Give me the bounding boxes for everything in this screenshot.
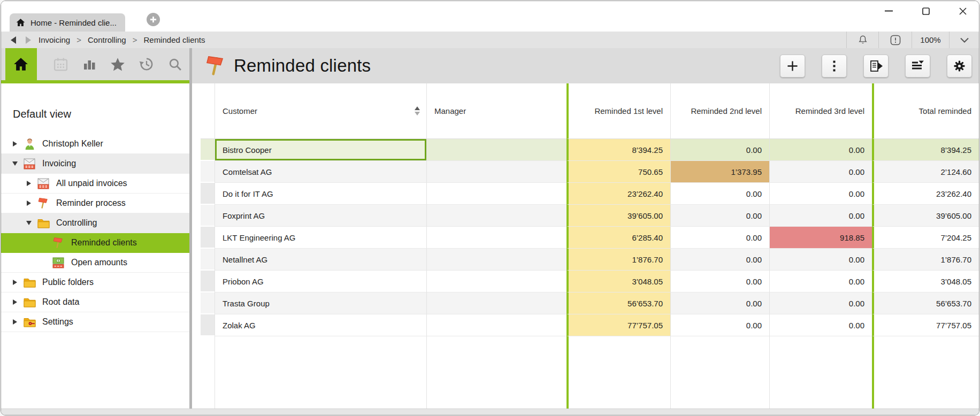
table-row[interactable]: Priobon AG3’048.050.000.003’048.05 [201, 271, 979, 292]
total-reminded-cell[interactable]: 7’204.25 [872, 227, 979, 249]
manager-cell[interactable] [426, 314, 566, 336]
reminded-1st-cell[interactable]: 56’653.70 [566, 292, 670, 314]
row-selector-cell[interactable] [201, 205, 215, 227]
reminded-3rd-cell[interactable]: 0.00 [769, 161, 872, 183]
reminded-2nd-cell[interactable]: 0.00 [670, 183, 769, 205]
reminded-1st-cell[interactable]: 23’262.40 [566, 183, 670, 205]
settings-button[interactable] [947, 55, 972, 78]
more-options-button[interactable] [822, 55, 847, 78]
table-row[interactable]: LKT Engineering AG6’285.400.00918.857’20… [201, 227, 979, 249]
expander-expanded-icon[interactable] [7, 161, 22, 166]
table-row[interactable]: Do it for IT AG23’262.400.000.0023’262.4… [201, 183, 979, 205]
customer-cell[interactable]: Comtelsat AG [215, 161, 426, 183]
column-header-reminded-1st-level[interactable]: Reminded 1st level [566, 83, 670, 139]
manager-cell[interactable] [426, 139, 566, 161]
reminded-2nd-cell[interactable]: 0.00 [670, 249, 769, 271]
strip-search-button[interactable] [161, 48, 189, 80]
reminded-3rd-cell[interactable]: 0.00 [769, 314, 872, 336]
add-button[interactable] [780, 55, 805, 78]
customer-cell[interactable]: Netallnet AG [215, 249, 426, 271]
reminded-2nd-cell[interactable]: 0.00 [670, 292, 769, 314]
total-reminded-cell[interactable]: 39’605.00 [872, 205, 979, 227]
sidebar-item-public-folders[interactable]: Public folders [1, 273, 189, 292]
manager-cell[interactable] [426, 227, 566, 249]
reminded-3rd-cell[interactable]: 0.00 [769, 292, 872, 314]
total-reminded-cell[interactable]: 3’048.05 [872, 271, 979, 292]
column-header-total-reminded[interactable]: Total reminded [872, 83, 979, 139]
row-selector-cell[interactable] [201, 314, 215, 336]
reminded-2nd-cell[interactable]: 1’373.95 [670, 161, 769, 183]
strip-history-button[interactable] [132, 48, 160, 80]
breadcrumb-item[interactable]: Controlling [88, 35, 126, 44]
total-reminded-cell[interactable]: 56’653.70 [872, 292, 979, 314]
expander-collapsed-icon[interactable] [21, 201, 36, 206]
sidebar-item-reminder-process[interactable]: Reminder process [1, 194, 189, 213]
expander-collapsed-icon[interactable] [7, 280, 22, 285]
row-selector-cell[interactable] [201, 227, 215, 249]
reminded-1st-cell[interactable]: 3’048.05 [566, 271, 670, 292]
breadcrumb-item[interactable]: Reminded clients [143, 35, 205, 44]
column-header-reminded-2nd-level[interactable]: Reminded 2nd level [670, 83, 769, 139]
sidebar-item-christoph-keller[interactable]: Christoph Keller [1, 134, 189, 154]
sort-indicator-icon[interactable] [415, 106, 420, 115]
sidebar-item-invoicing[interactable]: Invoicing [1, 154, 189, 174]
sort-button[interactable] [905, 55, 930, 78]
row-selector-cell[interactable] [201, 183, 215, 205]
minimize-button[interactable] [884, 6, 893, 16]
sidebar-item-settings[interactable]: Settings [1, 312, 189, 332]
manager-cell[interactable] [426, 292, 566, 314]
table-row[interactable]: Trasta Group56’653.700.000.0056’653.70 [201, 292, 979, 314]
reminded-3rd-cell[interactable]: 0.00 [769, 271, 872, 292]
column-header-manager[interactable]: Manager [426, 83, 566, 139]
reminded-2nd-cell[interactable]: 0.00 [670, 227, 769, 249]
report-button[interactable] [863, 55, 889, 78]
column-header-reminded-3rd-level[interactable]: Reminded 3rd level [769, 83, 872, 139]
table-row[interactable]: Netallnet AG1’876.700.000.001’876.70 [201, 249, 979, 271]
expander-collapsed-icon[interactable] [7, 141, 22, 147]
reminded-1st-cell[interactable]: 39’605.00 [566, 205, 670, 227]
customer-cell[interactable]: Priobon AG [215, 271, 426, 292]
breadcrumb-item[interactable]: Invoicing [39, 35, 70, 44]
reminded-2nd-cell[interactable]: 0.00 [670, 314, 769, 336]
expander-collapsed-icon[interactable] [7, 319, 22, 325]
total-reminded-cell[interactable]: 2’124.60 [872, 161, 979, 183]
manager-cell[interactable] [426, 161, 566, 183]
total-reminded-cell[interactable]: 1’876.70 [872, 249, 979, 271]
maximize-button[interactable] [921, 6, 930, 16]
strip-favorites-button[interactable] [104, 48, 132, 80]
alerts-button[interactable] [878, 32, 912, 48]
row-selector-cell[interactable] [201, 139, 215, 161]
row-selector-cell[interactable] [201, 161, 215, 183]
total-reminded-cell[interactable]: 8’394.25 [872, 139, 979, 161]
reminded-3rd-cell[interactable]: 0.00 [769, 139, 872, 161]
manager-cell[interactable] [426, 271, 566, 292]
expander-expanded-icon[interactable] [21, 221, 36, 225]
reminded-1st-cell[interactable]: 6’285.40 [566, 227, 670, 249]
reminded-1st-cell[interactable]: 77’757.05 [566, 314, 670, 336]
reminded-1st-cell[interactable]: 750.65 [566, 161, 670, 183]
reminded-2nd-cell[interactable]: 0.00 [670, 271, 769, 292]
customer-cell[interactable]: LKT Engineering AG [215, 227, 426, 249]
customer-cell[interactable]: Do it for IT AG [215, 183, 426, 205]
expander-collapsed-icon[interactable] [7, 299, 22, 305]
new-tab-button[interactable] [147, 13, 160, 26]
nav-back-icon[interactable] [11, 36, 16, 44]
tab-home[interactable]: Home - Reminded clie... [10, 13, 125, 32]
table-row[interactable]: Zolak AG77’757.050.000.0077’757.05 [201, 314, 979, 336]
reminded-1st-cell[interactable]: 1’876.70 [566, 249, 670, 271]
zoom-level[interactable]: 100% [912, 32, 949, 48]
expander-collapsed-icon[interactable] [21, 181, 36, 186]
manager-cell[interactable] [426, 183, 566, 205]
total-reminded-cell[interactable]: 23’262.40 [872, 183, 979, 205]
reminded-1st-cell[interactable]: 8’394.25 [566, 139, 670, 161]
customer-cell[interactable]: Bistro Cooper [215, 139, 426, 161]
column-header-customer[interactable]: Customer [215, 83, 426, 139]
strip-home-button[interactable] [5, 48, 37, 80]
sidebar-item-root-data[interactable]: Root data [1, 292, 189, 312]
total-reminded-cell[interactable]: 77’757.05 [872, 314, 979, 336]
reminded-3rd-cell[interactable]: 918.85 [769, 227, 872, 249]
notifications-button[interactable] [846, 32, 878, 48]
close-button[interactable] [958, 6, 967, 16]
table-row[interactable]: Foxprint AG39’605.000.000.0039’605.00 [201, 205, 979, 227]
reminded-3rd-cell[interactable]: 0.00 [769, 183, 872, 205]
